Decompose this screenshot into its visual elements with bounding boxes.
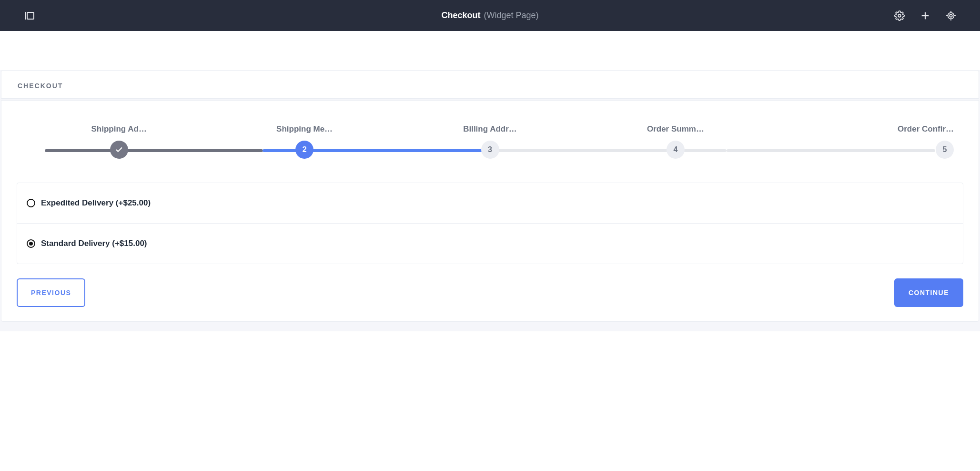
svg-point-6: [950, 14, 952, 17]
option-expedited-label: Expedited Delivery (+$25.00): [41, 198, 151, 208]
option-expedited[interactable]: Expedited Delivery (+$25.00): [17, 183, 963, 223]
wizard-footer: Previous Continue: [17, 278, 963, 307]
shipping-method-options: Expedited Delivery (+$25.00) Standard De…: [17, 183, 963, 264]
step-1-dot: [110, 141, 128, 159]
card-title: CHECKOUT: [18, 82, 962, 90]
page-title-sub: (Widget Page): [484, 10, 538, 20]
step-5-label: Order Confir…: [898, 124, 954, 134]
continue-button[interactable]: Continue: [894, 278, 963, 307]
target-locate-icon[interactable]: [946, 10, 956, 21]
svg-rect-1: [27, 12, 34, 19]
radio-icon: [27, 239, 35, 248]
card-header: CHECKOUT: [1, 70, 979, 99]
app-top-bar: Checkout (Widget Page): [0, 0, 980, 31]
step-3-dot: 3: [481, 141, 499, 159]
card-body: Shipping Ad… Shipping Me… 2 Billing Addr…: [1, 100, 979, 322]
settings-gear-icon[interactable]: [894, 10, 905, 21]
step-4[interactable]: Order Summ… 4: [583, 124, 768, 159]
sidebar-toggle-icon[interactable]: [24, 10, 35, 21]
page-area: CHECKOUT Shipping Ad…: [0, 70, 980, 331]
radio-icon: [27, 199, 35, 207]
option-standard-label: Standard Delivery (+$15.00): [41, 239, 147, 248]
step-3[interactable]: Billing Addr… 3: [397, 124, 583, 159]
stepper-line-3: [495, 149, 727, 152]
step-2-dot: 2: [295, 141, 313, 159]
page-title-main: Checkout: [441, 10, 480, 20]
step-2[interactable]: Shipping Me… 2: [212, 124, 397, 159]
check-icon: [115, 145, 123, 154]
stepper-line-1: [45, 149, 263, 152]
svg-point-5: [948, 12, 954, 19]
option-standard[interactable]: Standard Delivery (+$15.00): [17, 223, 963, 264]
top-spacer: [0, 31, 980, 70]
step-1[interactable]: Shipping Ad…: [26, 124, 212, 159]
step-4-label: Order Summ…: [647, 124, 704, 134]
step-4-dot: 4: [667, 141, 685, 159]
stepper: Shipping Ad… Shipping Me… 2 Billing Addr…: [26, 124, 954, 159]
step-3-label: Billing Addr…: [463, 124, 517, 134]
previous-button[interactable]: Previous: [17, 278, 85, 307]
page-title: Checkout (Widget Page): [0, 10, 980, 20]
svg-point-2: [898, 14, 901, 17]
step-1-label: Shipping Ad…: [91, 124, 146, 134]
stepper-line-4: [727, 149, 935, 152]
step-5[interactable]: Order Confir… 5: [768, 124, 954, 159]
step-5-dot: 5: [936, 141, 954, 159]
add-plus-icon[interactable]: [920, 10, 930, 21]
step-2-label: Shipping Me…: [276, 124, 333, 134]
